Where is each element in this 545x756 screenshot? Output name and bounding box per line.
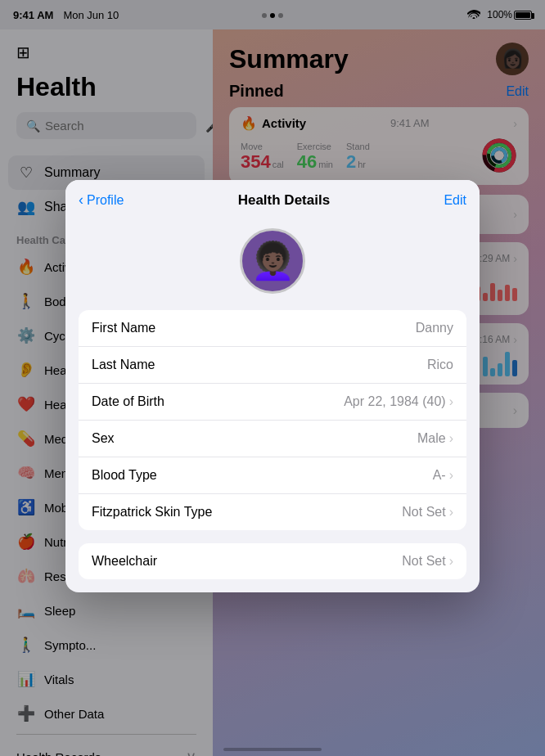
skin-type-row[interactable]: Fitzpatrick Skin Type Not Set › (79, 494, 466, 530)
modal-nav: ‹ Profile Health Details Edit (65, 180, 480, 209)
wheelchair-label: Wheelchair (92, 554, 157, 569)
last-name-label: Last Name (92, 358, 155, 372)
skin-type-chevron-icon: › (449, 505, 453, 520)
wheelchair-value: Not Set › (402, 554, 453, 569)
first-name-row[interactable]: First Name Danny (79, 310, 466, 347)
skin-type-value-text: Not Set (402, 505, 445, 520)
last-name-value-text: Rico (427, 358, 453, 372)
modal-form-section2: Wheelchair Not Set › (79, 543, 466, 579)
blood-type-value-text: A- (433, 468, 446, 483)
wheelchair-value-text: Not Set (402, 554, 445, 569)
blood-type-label: Blood Type (92, 468, 157, 483)
dob-chevron-icon: › (449, 394, 453, 409)
first-name-label: First Name (92, 321, 155, 335)
blood-type-row[interactable]: Blood Type A- › (79, 457, 466, 494)
sex-value: Male › (417, 431, 453, 446)
sex-value-text: Male (417, 431, 446, 446)
blood-type-value: A- › (433, 468, 453, 483)
modal-form: First Name Danny Last Name Rico Date of … (79, 310, 466, 530)
modal-title: Health Details (238, 192, 330, 209)
modal-avatar-section: 👩🏿‍🦱 (65, 209, 480, 310)
modal-back-button[interactable]: ‹ Profile (79, 191, 124, 209)
home-indicator (223, 748, 322, 751)
sex-chevron-icon: › (449, 431, 453, 446)
modal-edit-button[interactable]: Edit (444, 193, 466, 208)
sex-label: Sex (92, 431, 115, 446)
modal-back-label: Profile (87, 193, 124, 208)
health-details-modal: ‹ Profile Health Details Edit 👩🏿‍🦱 First… (65, 180, 480, 592)
last-name-value: Rico (427, 358, 453, 372)
dob-value-text: Apr 22, 1984 (40) (344, 394, 446, 409)
dob-label: Date of Birth (92, 394, 164, 409)
skin-type-label: Fitzpatrick Skin Type (92, 505, 212, 520)
wheelchair-chevron-icon: › (449, 554, 453, 569)
first-name-value: Danny (416, 321, 453, 335)
skin-type-value: Not Set › (402, 505, 453, 520)
dob-value: Apr 22, 1984 (40) › (344, 394, 453, 409)
modal-user-avatar[interactable]: 👩🏿‍🦱 (240, 228, 305, 294)
first-name-value-text: Danny (416, 321, 453, 335)
wheelchair-row[interactable]: Wheelchair Not Set › (79, 543, 466, 579)
dob-row[interactable]: Date of Birth Apr 22, 1984 (40) › (79, 384, 466, 421)
blood-type-chevron-icon: › (449, 468, 453, 483)
back-chevron-icon: ‹ (79, 191, 83, 209)
last-name-row[interactable]: Last Name Rico (79, 347, 466, 384)
sex-row[interactable]: Sex Male › (79, 421, 466, 457)
